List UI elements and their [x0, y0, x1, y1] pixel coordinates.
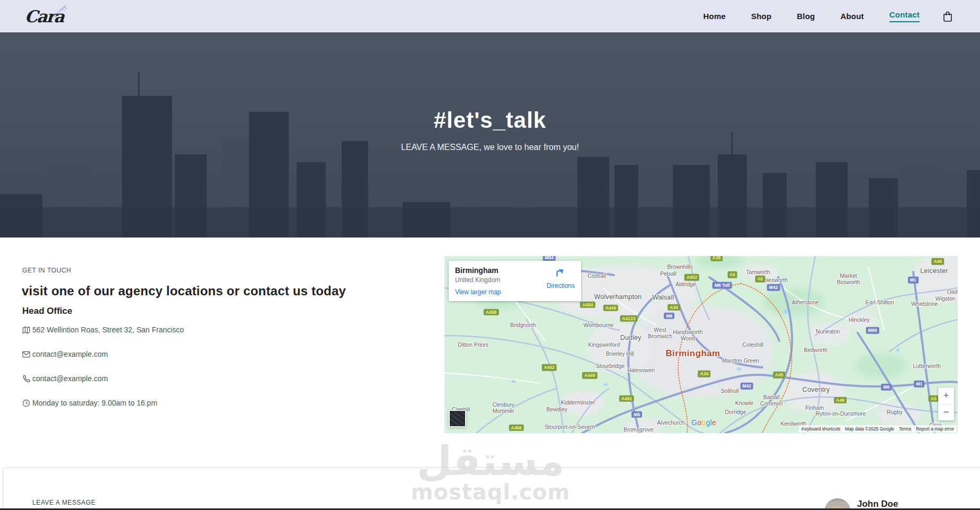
road-badge-a5: A5 — [929, 395, 939, 402]
view-larger-map-link[interactable]: View larger map — [455, 288, 501, 296]
attribution-map-data-2025-google: Map data ©2025 Google — [845, 426, 894, 432]
head-office-title: Head Office — [22, 306, 72, 316]
google-logo: Google — [691, 418, 716, 427]
phone-icon — [22, 375, 30, 383]
nav-links: HomeShopBlogAboutContact — [703, 10, 952, 22]
road-badge-m6: M6 — [881, 384, 892, 391]
road-badge-m6: M6 — [664, 313, 675, 320]
map-label-ditton-priors: Ditton Priors — [458, 341, 488, 348]
map-label-dudley: Dudley — [620, 334, 642, 341]
hours-row: Monday to saturday: 9.00am to 16.pm — [22, 398, 184, 408]
clock-icon — [22, 399, 30, 407]
map-label-codsall: Codsall — [587, 272, 606, 279]
email-text: contact@example.com — [32, 350, 108, 358]
zoom-in-button[interactable]: + — [938, 388, 954, 404]
hero-subtitle: LEAVE A MESSAGE, we love to hear from yo… — [0, 143, 980, 152]
nav-item-about[interactable]: About — [840, 12, 863, 21]
map-label-solihull: Solihull — [721, 388, 739, 394]
hero-title: #let's_talk — [0, 108, 980, 133]
map-attribution-bar: Keyboard shortcutsMap data ©2025 GoogleT… — [799, 425, 957, 433]
road-badge-m42: M42 — [740, 383, 753, 390]
road-badge-a458: A458 — [484, 309, 498, 316]
phone-row: contact@example.com — [22, 373, 184, 384]
map-label-stourport-on-severn: Stourport-on-Severn — [545, 424, 595, 430]
shopping-bag-icon[interactable] — [943, 11, 952, 22]
map-label-leicester: Leicester — [920, 267, 948, 275]
map-label-wolverhampton: Wolverhampton — [594, 293, 642, 301]
road-badge-a38: A38 — [710, 256, 723, 261]
road-badge-a449: A449 — [603, 305, 618, 312]
directions-label: Directions — [547, 282, 575, 289]
lavender-sprig-icon — [50, 3, 68, 19]
get-in-touch-kicker: GET IN TOUCH — [22, 267, 72, 274]
map-label-bedworth: Bedworth — [804, 347, 827, 353]
road-badge-a46: A46 — [931, 258, 944, 265]
attribution-report-a-map-error[interactable]: Report a map error — [916, 426, 954, 432]
map-label-rugby: Rugby — [887, 409, 903, 415]
road-badge-a5: A5 — [755, 276, 765, 283]
map-label-kingswinford: Kingswinford — [588, 341, 620, 348]
road-badge-a456: A456 — [509, 425, 523, 432]
map-label-alvechurch: Alvechurch — [657, 419, 684, 426]
nav-item-shop[interactable]: Shop — [751, 12, 771, 21]
map-label-knowle: Knowle — [735, 400, 753, 406]
hero-banner: #let's_talk LEAVE A MESSAGE, we love to … — [0, 32, 980, 238]
map-label-aldridge: Aldridge — [675, 281, 696, 287]
map-label-earl-shilton: Earl Shilton — [866, 299, 894, 305]
map-label-bewdley: Bewdley — [546, 406, 567, 412]
attribution-keyboard-shortcuts[interactable]: Keyboard shortcuts — [801, 426, 840, 432]
hero-text: #let's_talk LEAVE A MESSAGE, we love to … — [0, 108, 980, 152]
nav-item-contact[interactable]: Contact — [889, 10, 920, 22]
nav-item-blog[interactable]: Blog — [797, 12, 815, 21]
contact-heading: visit one of our agency locations or con… — [22, 284, 346, 298]
attribution-terms[interactable]: Terms — [899, 426, 911, 432]
phone-text: contact@example.com — [32, 374, 108, 383]
map-label-coventry: Coventry — [803, 386, 830, 393]
map-label-hinckley: Hinckley — [849, 316, 870, 323]
hours-text: Monday to saturday: 9.00am to 16.pm — [32, 399, 157, 407]
map-label-bridgnorth: Bridgnorth — [510, 322, 536, 328]
map-label-whetstone: Whetstone — [911, 301, 938, 307]
road-badge-a4123: A4123 — [620, 315, 637, 322]
map-label-wombourne: Wombourne — [583, 322, 613, 328]
contact-page: Cara HomeShopBlogAboutContact — [0, 0, 980, 510]
map-zoom-control: + − — [938, 388, 954, 420]
map-label-coleshill: Coleshill — [743, 341, 764, 348]
mail-icon — [22, 351, 30, 358]
road-badge-m69: M69 — [866, 327, 879, 334]
road-badge-m1: M1 — [914, 381, 924, 388]
map-label-balsall-common: Balsall Common — [755, 394, 787, 407]
road-badge-m42: M42 — [767, 284, 780, 291]
road-badge-a452: A452 — [684, 274, 699, 281]
map-label-dorridge: Dorridge — [725, 409, 746, 415]
map-label-stourbridge: Stourbridge — [596, 363, 625, 369]
road-badge-a491: A491 — [619, 395, 634, 402]
map-label-kidderminster: Kidderminster — [561, 399, 595, 406]
road-badge-m6-toll: M6 Toll — [712, 282, 732, 289]
map-icon — [22, 326, 30, 334]
road-badge-a34: A34 — [698, 371, 711, 377]
address-row: 562 Wellintion Roas, Street 32, San Fran… — [22, 324, 184, 335]
road-badge-a46: A46 — [834, 397, 847, 404]
email-row: contact@example.com — [22, 349, 184, 359]
map-label-wigston: Wigston — [936, 295, 956, 302]
person-name: John Doe — [857, 499, 898, 509]
road-badge-a449: A449 — [582, 372, 597, 379]
road-badge-a45: A45 — [773, 372, 786, 379]
map-label-market-bosworth: Market Bosworth — [830, 272, 867, 285]
directions-button[interactable]: Directions — [547, 266, 575, 289]
road-badge-a5: A5 — [727, 271, 737, 278]
map-label-brownhills: Brownhills — [667, 263, 693, 270]
map-label-finham: Finham — [805, 405, 824, 411]
zoom-out-button[interactable]: − — [938, 405, 954, 421]
google-map-embed[interactable]: BirminghamWolverhamptonWalsallDudleyCove… — [444, 256, 958, 433]
map-label-cleobury-mortimer: Cleobury Mortimer — [486, 401, 521, 414]
map-label-bromsgrove: Bromsgrove — [623, 426, 654, 433]
nav-item-home[interactable]: Home — [703, 12, 726, 21]
map-label-oadby: Oadby — [947, 288, 958, 295]
map-label-atherstone: Atherstone — [792, 299, 819, 305]
map-label-nuneaton: Nuneaton — [816, 328, 840, 335]
road-badge-a442: A442 — [542, 364, 557, 371]
map-label-pelsall: Pelsall — [660, 270, 676, 277]
satellite-view-toggle[interactable] — [449, 410, 466, 427]
